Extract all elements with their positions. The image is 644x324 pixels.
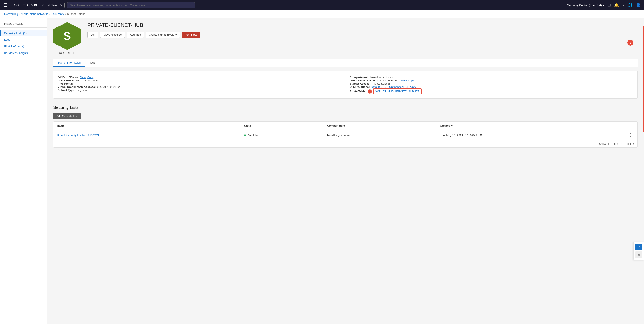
security-list-name-link[interactable]: Default Security List for HUB-VCN <box>57 134 99 137</box>
search-input[interactable] <box>67 2 195 8</box>
pagination-prev[interactable]: ‹ <box>622 142 622 146</box>
sidebar-resources-label: Resources <box>0 22 47 28</box>
help-widget-icon[interactable]: ? <box>635 244 642 250</box>
annotation-border-top <box>633 26 644 26</box>
sidebar-item-logs[interactable]: Logs <box>0 36 47 43</box>
ocid-copy-link[interactable]: Copy <box>87 76 93 79</box>
tab-bar: Subnet Information Tags <box>53 59 638 67</box>
sidebar-item-ipv6-prefixes[interactable]: IPv6 Prefixes (-) <box>0 43 47 50</box>
subnet-info-panel: OCID: ...55apua Show Copy IPv4 CIDR Bloc… <box>53 71 638 99</box>
main-content: Resources Security Lists (1) Logs IPv6 P… <box>0 18 644 324</box>
table-header-row: Name State Compartment <box>54 122 638 130</box>
cloud-classic-button[interactable]: Cloud Classic > <box>40 2 64 8</box>
compartment-row: Compartment: IwanHoogendoorn <box>350 76 633 79</box>
help-icon[interactable]: ? <box>622 3 624 8</box>
create-path-analysis-button[interactable]: Create path analysis ▾ <box>146 32 180 38</box>
mac-row: Virtual Router MAC Address: 00:00:17:69:… <box>58 85 341 88</box>
ipv6-row: IPv6 Prefix: - <box>58 82 341 85</box>
breadcrumb-current: Subnet Details <box>67 12 85 16</box>
resource-header: S AVAILABLE PRIVATE-SUBNET-HUB Edit Move… <box>53 22 638 54</box>
content-area: S AVAILABLE PRIVATE-SUBNET-HUB Edit Move… <box>47 18 644 324</box>
status-dot-available <box>244 134 246 136</box>
hamburger-menu-icon[interactable]: ☰ <box>4 2 7 8</box>
user-avatar-icon[interactable]: 👤 <box>636 3 640 8</box>
terminate-button[interactable]: Terminate <box>182 32 200 38</box>
row-menu-button[interactable]: ⋮ <box>627 133 634 137</box>
col-header-name[interactable]: Name <box>54 122 241 130</box>
route-table-row: Route Table: 1 VCN_RT_HUB_PRIVATE_SUBNET <box>350 88 633 94</box>
sidebar: Resources Security Lists (1) Logs IPv6 P… <box>0 18 47 324</box>
sidebar-divider <box>0 28 47 28</box>
cell-row-menu: ⋮ <box>623 130 638 140</box>
page-title: PRIVATE-SUBNET-HUB <box>87 22 638 28</box>
badge-2: 2 <box>628 40 633 46</box>
dhcp-row: DHCP Options: Default DHCP Options for H… <box>350 85 633 88</box>
help-widget: ? ⊞ <box>633 242 644 260</box>
table-toolbar: Add Security List <box>53 113 638 119</box>
breadcrumb-vcn[interactable]: Virtual cloud networks <box>21 12 48 16</box>
info-col-left: OCID: ...55apua Show Copy IPv4 CIDR Bloc… <box>58 76 341 94</box>
cloud-shell-icon[interactable]: ⊡ <box>608 3 611 8</box>
move-resource-button[interactable]: Move resource <box>100 32 125 38</box>
ipv4-row: IPv4 CIDR Block: 172.16.0.0/25 <box>58 79 341 82</box>
cell-name: Default Security List for HUB-VCN <box>54 130 241 140</box>
info-grid: OCID: ...55apua Show Copy IPv4 CIDR Bloc… <box>58 76 633 94</box>
edit-button[interactable]: Edit <box>87 32 98 38</box>
add-security-list-button[interactable]: Add Security List <box>53 113 80 119</box>
annotation-border-bottom <box>633 132 644 132</box>
notifications-icon[interactable]: 🔔 <box>614 3 619 8</box>
dns-show-link[interactable]: Show <box>400 79 406 82</box>
tab-subnet-information[interactable]: Subnet Information <box>53 59 85 67</box>
security-lists-title: Security Lists <box>53 105 638 110</box>
help-widget-grid[interactable]: ⊞ <box>635 251 642 258</box>
breadcrumb: Networking » Virtual cloud networks » HU… <box>0 10 644 18</box>
badge-1: 1 <box>368 89 372 94</box>
security-lists-section: Security Lists Add Security List Name <box>53 105 638 148</box>
dns-copy-link[interactable]: Copy <box>408 79 414 82</box>
subnet-access-row: Subnet Access: Private Subnet <box>350 82 633 85</box>
cell-created: Thu, May 16, 2024, 07:15:04 UTC <box>437 130 623 140</box>
table-footer: Showing 1 item ‹ 1 of 1 › <box>54 140 638 147</box>
resource-status: AVAILABLE <box>59 52 75 54</box>
resource-icon-hexagon: S <box>53 22 81 50</box>
oracle-logo: ORACLE Cloud <box>10 3 37 7</box>
dhcp-options-link[interactable]: Default DHCP Options for HUB-VCN <box>371 85 416 88</box>
nav-right: Germany Central (Frankfurt) ▾ ⊡ 🔔 ? 🌐 👤 <box>567 3 640 8</box>
hexagon-container: S AVAILABLE <box>53 22 81 54</box>
subnet-type-row: Subnet Type: Regional <box>58 88 341 92</box>
security-lists-table-container: Name State Compartment <box>53 121 638 148</box>
cell-state: Available <box>241 130 324 140</box>
pagination-next[interactable]: › <box>633 142 634 146</box>
region-selector[interactable]: Germany Central (Frankfurt) ▾ <box>567 4 604 7</box>
showing-count: Showing 1 item <box>599 142 618 145</box>
col-header-actions <box>623 122 638 130</box>
table-row: Default Security List for HUB-VCN Availa… <box>54 130 638 140</box>
breadcrumb-networking[interactable]: Networking <box>4 12 18 16</box>
security-lists-table: Name State Compartment <box>54 122 638 140</box>
sidebar-item-ip-address-insights[interactable]: IP Address Insights <box>0 50 47 56</box>
action-buttons: Edit Move resource Add tags Create path … <box>87 32 638 38</box>
route-table-box: VCN_RT_HUB_PRIVATE_SUBNET <box>373 88 422 94</box>
ocid-show-link[interactable]: Show <box>80 76 86 79</box>
pagination-nav: ‹ 1 of 1 › <box>622 142 634 146</box>
ocid-row: OCID: ...55apua Show Copy <box>58 76 341 79</box>
tab-tags[interactable]: Tags <box>85 59 100 67</box>
dns-row: DNS Domain Name: privatesubnethu... Show… <box>350 79 633 82</box>
cell-compartment: IwanHoogendoorn <box>324 130 437 140</box>
globe-icon[interactable]: 🌐 <box>628 3 632 8</box>
top-navigation: ☰ ORACLE Cloud Cloud Classic > Germany C… <box>0 0 644 10</box>
route-table-link[interactable]: VCN_RT_HUB_PRIVATE_SUBNET <box>375 90 420 93</box>
col-header-created[interactable]: Created ▾ <box>437 122 623 130</box>
breadcrumb-hub-vcn[interactable]: HUB-VCN <box>51 12 64 16</box>
info-col-right: Compartment: IwanHoogendoorn DNS Domain … <box>350 76 633 94</box>
col-header-state[interactable]: State <box>241 122 324 130</box>
col-header-compartment[interactable]: Compartment <box>324 122 437 130</box>
resource-title-area: PRIVATE-SUBNET-HUB Edit Move resource Ad… <box>87 22 638 38</box>
page-info: 1 of 1 <box>624 142 631 145</box>
sidebar-item-security-lists[interactable]: Security Lists (1) <box>0 30 47 36</box>
add-tags-button[interactable]: Add tags <box>126 32 144 38</box>
